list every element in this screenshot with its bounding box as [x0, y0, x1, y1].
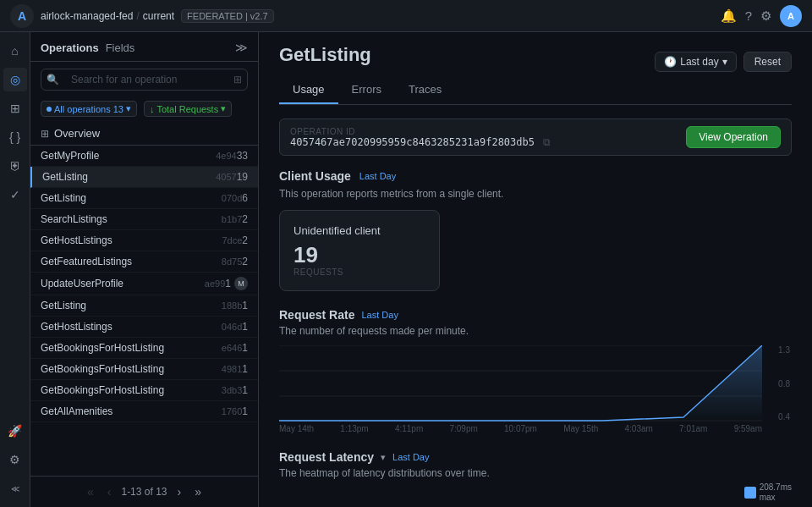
x-label-5: May 15th	[563, 424, 598, 433]
op-name: GetAllAmenities	[41, 405, 218, 417]
op-id: 4981	[222, 364, 242, 374]
settings-icon[interactable]: ⚙	[760, 8, 771, 24]
tab-fields[interactable]: Fields	[106, 41, 135, 54]
pagination-next[interactable]: ›	[174, 483, 185, 500]
breadcrumb: airlock-managed-fed / current FEDERATED …	[41, 9, 274, 23]
tab-usage[interactable]: Usage	[279, 76, 338, 104]
sidebar-item-layers[interactable]: ⊞	[3, 96, 27, 120]
sidebar-item-shield[interactable]: ⛨	[3, 154, 27, 178]
copy-icon[interactable]: ⧉	[543, 136, 551, 148]
pagination-last[interactable]: »	[191, 483, 205, 500]
x-label-2: 4:11pm	[395, 424, 423, 433]
op-name: GetListing	[42, 171, 212, 183]
filter-all-operations[interactable]: All operations 13 ▾	[41, 101, 137, 117]
search-input[interactable]	[64, 69, 228, 90]
op-count: 1	[242, 363, 248, 375]
op-id: 188b	[222, 300, 242, 311]
op-id-value: 4057467ae7020995959c8463285231a9f2803db5	[290, 136, 535, 148]
icon-sidebar: ⌂ ◎ ⊞ { } ⛨ ✓ 🚀 ⚙ ≪	[0, 32, 30, 507]
ops-overview-item[interactable]: ⊞ Overview	[30, 122, 258, 146]
x-label-4: 10:07pm	[504, 424, 537, 433]
op-count: 2	[242, 234, 248, 246]
op-id-label: OPERATION ID	[290, 127, 551, 136]
client-card: Unidentified client 19 REQUESTS	[279, 210, 440, 291]
ops-item-getallamenities[interactable]: GetAllAmenities 1760 1	[30, 401, 258, 422]
op-id: e646	[222, 343, 242, 353]
op-count: 1	[242, 300, 248, 311]
ops-panel-header: Operations Fields ≫	[30, 32, 258, 62]
request-latency-time-badge[interactable]: Last Day	[392, 452, 429, 462]
op-id: 1760	[222, 406, 242, 416]
x-label-7: 7:01am	[679, 424, 707, 433]
ops-item-getbookings-e646[interactable]: GetBookingsForHostListing e646 1	[30, 338, 258, 359]
ops-item-gethostlistings-046d[interactable]: GetHostListings 046d 1	[30, 317, 258, 338]
client-usage-desc: This operation reports metrics from a si…	[279, 188, 792, 200]
client-usage-time-badge[interactable]: Last Day	[359, 171, 396, 181]
pagination-prev[interactable]: ‹	[104, 483, 115, 500]
sidebar-item-code[interactable]: { }	[3, 125, 27, 149]
chevron-down-icon-latency: ▾	[381, 452, 386, 463]
sidebar-item-collapse[interactable]: ≪	[3, 477, 27, 500]
op-name: GetListing	[41, 192, 218, 204]
sidebar-item-graph[interactable]: ◎	[3, 68, 27, 91]
bell-icon[interactable]: 🔔	[721, 8, 737, 24]
ops-item-getfeaturedlistings[interactable]: GetFeaturedListings 8d75 2	[30, 251, 258, 273]
ops-item-gethostlistings-7dce[interactable]: GetHostListings 7dce 2	[30, 230, 258, 251]
pagination-first[interactable]: «	[84, 483, 97, 500]
ops-item-getlisting-188b[interactable]: GetListing 188b 1	[30, 295, 258, 317]
op-name: GetListing	[41, 300, 218, 311]
grid-icon[interactable]: ⊞	[228, 74, 247, 85]
op-name: GetHostListings	[41, 234, 218, 246]
op-id: 046d	[222, 322, 242, 332]
tab-errors[interactable]: Errors	[338, 76, 395, 104]
request-latency-title: Request Latency	[279, 450, 374, 464]
filter-total-requests[interactable]: ↓ Total Requests ▾	[144, 101, 232, 117]
ops-item-updateuserprofile[interactable]: UpdateUserProfile ae99 1 M	[30, 273, 258, 295]
y-label-top: 1.3	[762, 345, 790, 355]
request-rate-title: Request Rate	[279, 308, 354, 322]
time-selector-label: Last day	[680, 56, 718, 68]
sidebar-item-settings[interactable]: ⚙	[3, 448, 27, 471]
op-name: GetHostListings	[41, 321, 218, 333]
ops-item-getbookings-4981[interactable]: GetBookingsForHostListing 4981 1	[30, 359, 258, 380]
op-count: 1	[242, 384, 248, 396]
request-rate-time-badge[interactable]: Last Day	[361, 310, 398, 320]
client-usage-title: Client Usage	[279, 169, 351, 183]
op-count: 6	[242, 192, 248, 204]
op-id: 070d	[222, 193, 242, 203]
request-rate-desc: The number of requests made per minute.	[279, 325, 792, 337]
op-count: 2	[242, 213, 248, 225]
sidebar-item-home[interactable]: ⌂	[3, 39, 27, 63]
ops-item-getlisting-070d[interactable]: GetListing 070d 6	[30, 188, 258, 209]
ops-item-getlisting-4057[interactable]: GetListing 4057 19	[30, 167, 258, 188]
ops-item-searchlistings[interactable]: SearchListings b1b7 2	[30, 209, 258, 230]
view-operation-button[interactable]: View Operation	[686, 126, 781, 148]
op-id: 4057	[216, 172, 236, 182]
ops-search-box: 🔍 ⊞	[41, 69, 248, 91]
repo-name[interactable]: airlock-managed-fed	[41, 10, 133, 22]
tab-operations[interactable]: Operations	[41, 41, 99, 54]
panel-collapse-icon[interactable]: ≫	[235, 41, 248, 54]
sidebar-item-check[interactable]: ✓	[3, 183, 27, 207]
topbar: A airlock-managed-fed / current FEDERATE…	[0, 0, 812, 32]
avatar[interactable]: A	[780, 5, 802, 27]
ops-item-getmyprofile[interactable]: GetMyProfile 4e94 33	[30, 146, 258, 167]
request-latency-header: Request Latency ▾ Last Day	[279, 450, 792, 464]
page-title: GetListing	[279, 44, 371, 66]
ops-item-getbookings-3db3[interactable]: GetBookingsForHostListing 3db3 1	[30, 380, 258, 401]
branch-name[interactable]: current	[143, 10, 174, 22]
op-count: 33	[237, 150, 248, 162]
help-icon[interactable]: ?	[745, 8, 752, 23]
app-logo[interactable]: A	[10, 4, 34, 28]
x-label-3: 7:09pm	[449, 424, 477, 433]
overview-grid-icon: ⊞	[41, 128, 49, 140]
latency-legend: 208.7msmax	[279, 482, 792, 503]
op-id: 3db3	[222, 385, 242, 395]
time-selector[interactable]: 🕐 Last day ▾	[655, 52, 736, 72]
tab-traces[interactable]: Traces	[395, 76, 455, 104]
reset-button[interactable]: Reset	[743, 52, 792, 72]
content-area: GetListing 🕐 Last day ▾ Reset Usage Erro…	[259, 32, 812, 507]
x-label-1: 1:13pm	[340, 424, 368, 433]
op-id: ae99	[205, 278, 225, 289]
sidebar-item-rocket[interactable]: 🚀	[3, 419, 27, 443]
